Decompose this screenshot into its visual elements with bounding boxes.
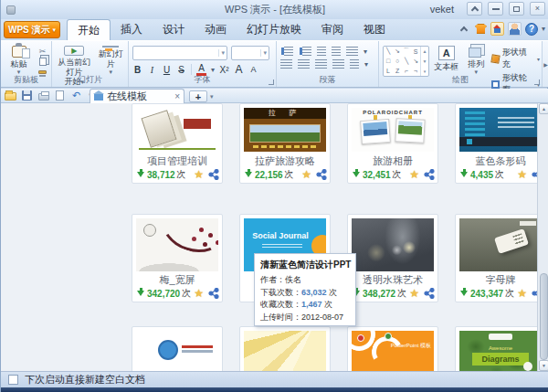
template-title[interactable]: 蓝色条形码 [456,154,545,168]
template-title[interactable]: 字母牌 [456,273,545,287]
tab-design[interactable]: 设计 [153,19,195,40]
new-blank-doc-checkbox[interactable] [8,375,18,385]
favorite-star-icon[interactable]: ★ [517,288,527,299]
chevron-down-icon[interactable]: ▾ [364,60,368,69]
template-title[interactable]: 拉萨旅游攻略 [240,154,330,168]
favorite-star-icon[interactable]: ★ [517,169,527,180]
share-icon[interactable] [208,288,219,299]
print-preview-button[interactable] [54,90,66,101]
bullets-button[interactable] [284,47,293,56]
undo-button[interactable]: ↶ [70,90,82,101]
template-card[interactable]: 梅_宽屏 342,720 次 ★ [132,214,223,302]
template-title[interactable]: 透明水珠艺术 [348,273,437,287]
ribbon-overflow-button[interactable]: ▶ [542,41,548,87]
strikethrough-button[interactable]: S [176,65,186,75]
cut-button[interactable]: ✂ [36,47,49,56]
help-icon[interactable]: ? [525,23,538,36]
print-button[interactable] [37,90,49,101]
shade-button[interactable] [467,2,482,16]
wps-menu-button[interactable]: WPS 演示▾ [4,21,60,38]
favorite-star-icon[interactable]: ★ [409,288,419,299]
chevron-down-icon[interactable]: ▾ [364,48,367,56]
template-card[interactable]: 字母牌 243,347 次 ★ [455,214,546,302]
open-button[interactable] [5,90,16,101]
favorite-star-icon[interactable]: ★ [194,169,204,180]
textbox-button[interactable]: A 文本框 [432,44,460,76]
home-icon[interactable] [490,22,504,36]
template-title[interactable]: 项目管理培训 [132,154,222,168]
shape-arrow2-icon[interactable]: ↘ [411,57,420,67]
shape-fill-button[interactable]: 形状填充 ▾ [491,47,540,70]
template-card[interactable] [239,326,331,371]
font-name-combo[interactable]: ▾ [132,46,227,60]
play-from-current-button[interactable]: ▶ 从当前幻灯片 开始▾ [56,44,93,76]
shape-line2-icon[interactable]: ╲ [402,57,411,67]
close-tab-icon[interactable]: × [174,91,180,101]
skin-icon[interactable] [475,24,487,34]
shapes-scroll-down[interactable]: ▼ [421,57,428,67]
shape-freeform-icon[interactable]: S [411,47,420,57]
template-title[interactable]: 旅游相册 [348,154,437,168]
scroll-down-button[interactable]: ▼ [539,360,548,371]
shape-line-icon[interactable]: ╲ [384,47,393,57]
favorite-star-icon[interactable]: ★ [409,169,419,180]
scrollbar-thumb[interactable] [540,273,548,360]
copy-button[interactable] [36,58,49,66]
template-card[interactable] [132,326,223,371]
tab-insert[interactable]: 插入 [111,19,153,40]
paste-button[interactable]: 粘贴 ▾ [5,44,33,76]
align-right-button[interactable] [315,59,327,69]
shape-curve-icon[interactable]: ⌒ [402,47,411,57]
tab-home[interactable]: 开始 [67,19,111,40]
tab-review[interactable]: 审阅 [311,19,353,40]
decrease-indent-button[interactable] [317,47,326,56]
justify-button[interactable] [332,59,344,69]
favorite-star-icon[interactable]: ★ [194,288,204,299]
template-card[interactable]: 蓝色条形码 4,435 次 ★ [455,103,546,184]
shape-oval-icon[interactable]: ○ [393,57,402,67]
doc-tab-online-templates[interactable]: 在线模板 × [90,89,184,103]
dialog-launcher-icon[interactable] [269,79,274,85]
close-button[interactable]: × [530,2,545,16]
shapes-scroll-up[interactable]: ▲ [421,47,428,57]
share-icon[interactable] [208,169,219,180]
underline-button[interactable]: U [162,65,172,75]
arrange-button[interactable]: 排列 ▾ [463,44,488,76]
new-tab-button[interactable]: + [189,90,207,102]
font-size-combo[interactable]: ▾ [231,46,269,60]
superscript-button[interactable]: X² [219,65,229,75]
scroll-up-button[interactable]: ▲ [539,103,548,114]
align-center-button[interactable] [298,59,310,69]
align-left-button[interactable] [280,59,292,69]
chevron-down-icon[interactable]: ▾ [210,93,214,101]
vertical-scrollbar[interactable]: ▲ ▼ [537,103,548,371]
save-button[interactable] [21,90,33,101]
numbering-button[interactable] [302,47,311,56]
favorite-star-icon[interactable]: ★ [301,169,311,180]
chevron-down-icon[interactable]: ▾ [542,25,545,33]
template-title[interactable]: 梅_宽屏 [132,273,222,287]
share-icon[interactable] [316,169,327,180]
shape-arrow-icon[interactable]: ↘ [393,47,402,57]
increase-indent-button[interactable] [332,47,341,56]
new-slide-button[interactable]: 新幻灯片 ▾ [96,44,126,76]
template-card[interactable]: 项目管理培训 38,712 次 ★ [132,103,223,184]
template-card[interactable]: Awesome Diagrams [455,326,546,371]
share-icon[interactable] [424,169,435,180]
template-card[interactable]: POLAROIDCHART 旅游相册 32,451 次 ★ [347,103,438,184]
collapse-ribbon-button[interactable] [458,22,471,36]
tab-view[interactable]: 视图 [353,19,395,40]
shrink-font-button[interactable]: A [248,65,258,74]
shapes-gallery[interactable]: ╲↘⌒S □○╲↘ LZ⌐¬ ▲ ▼ ▾ [383,46,429,77]
template-card[interactable]: 拉 萨 拉萨旅游攻略 22,156 次 ★ [239,103,331,184]
tab-animation[interactable]: 动画 [195,19,237,40]
line-spacing-button[interactable] [350,59,359,69]
template-card[interactable]: PowerPoint 模板 [347,326,438,371]
shape-rect-icon[interactable]: □ [384,57,393,67]
dialog-launcher-icon[interactable] [534,79,540,85]
italic-button[interactable]: I [147,65,157,75]
tab-slideshow[interactable]: 幻灯片放映 [237,19,311,40]
bold-button[interactable]: B [132,65,142,75]
template-card[interactable]: 透明水珠艺术 348,272 次 ★ [347,214,438,302]
account-icon[interactable] [508,22,522,36]
